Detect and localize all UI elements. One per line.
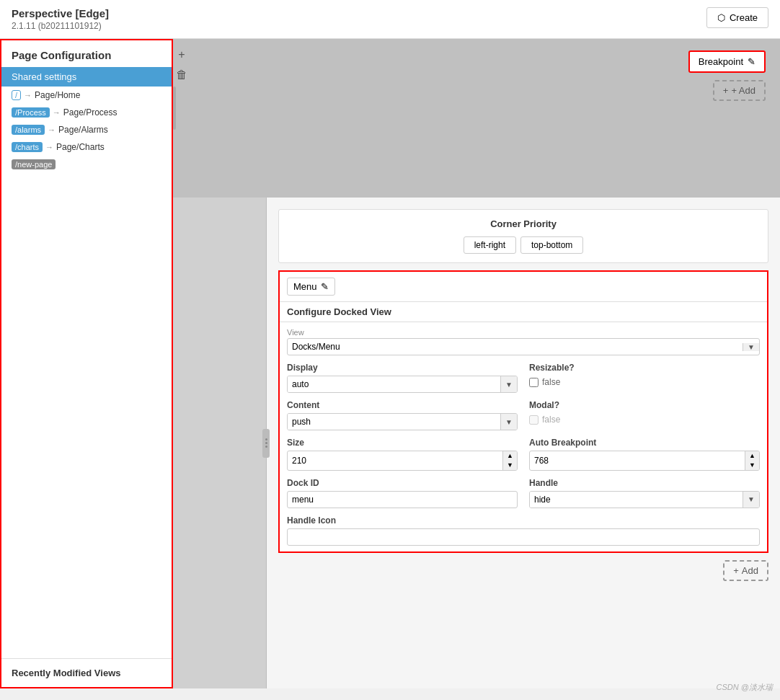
sidebar-item-charts[interactable]: /charts → Page/Charts <box>1 138 172 156</box>
handle-icon-input[interactable] <box>287 528 760 546</box>
recently-modified-header: Recently Modified Views <box>1 658 172 687</box>
sidebar-header: Page Configuration <box>1 40 172 67</box>
dock-id-input[interactable] <box>287 491 518 508</box>
create-button[interactable]: ⬡ Create <box>706 7 768 28</box>
scrollbar[interactable] <box>173 87 176 130</box>
route-alarms: /alarms <box>12 125 45 135</box>
sidebar: Page Configuration Shared settings / → P… <box>0 39 173 688</box>
left-right-button[interactable]: left-right <box>464 236 516 254</box>
modal-checkbox[interactable] <box>529 415 539 425</box>
size-input[interactable] <box>288 453 502 469</box>
sidebar-item-new-page[interactable]: /new-page <box>1 156 172 173</box>
corner-priority-buttons: left-right top-bottom <box>291 236 756 254</box>
resize-handle[interactable] <box>262 429 270 458</box>
resizable-checkbox[interactable] <box>529 378 539 387</box>
breakpoint-decrement[interactable]: ▼ <box>745 461 759 470</box>
handle-label: Handle <box>529 478 760 488</box>
size-label: Size <box>287 438 518 448</box>
display-select[interactable]: auto flex none <box>288 376 500 392</box>
handle-icon-label: Handle Icon <box>287 515 760 526</box>
breakpoint-add-button[interactable]: + + Add <box>713 80 766 101</box>
size-increment[interactable]: ▲ <box>503 451 517 461</box>
add-page-button[interactable]: + <box>173 46 190 63</box>
view-label: View <box>287 328 760 337</box>
content-group: Content push overlay ▼ <box>287 400 518 430</box>
bottom-add-button[interactable]: + Add <box>723 560 768 581</box>
modal-checkbox-row: false <box>529 415 760 425</box>
sidebar-item-process[interactable]: /Process → Page/Process <box>1 104 172 121</box>
handle-select[interactable]: hide show <box>530 492 743 508</box>
breakpoint-section: Breakpoint ✎ + + Add <box>173 39 780 198</box>
breakpoint-label: Breakpoint <box>699 56 743 67</box>
app-header: Perspective [Edge] 2.1.11 (b20211101912)… <box>0 0 780 39</box>
content-select-arrow: ▼ <box>500 414 517 430</box>
page-home-label: Page/Home <box>35 90 80 100</box>
menu-button[interactable]: Menu ✎ <box>287 278 335 296</box>
sidebar-item-home[interactable]: / → Page/Home <box>1 87 172 104</box>
route-charts: /charts <box>12 142 43 152</box>
modal-group: Modal? false <box>529 400 760 430</box>
breakpoint-increment[interactable]: ▲ <box>745 451 759 461</box>
auto-breakpoint-group: Auto Breakpoint ▲ ▼ <box>529 438 760 471</box>
breakpoint-edit-icon: ✎ <box>748 56 755 67</box>
view-input[interactable] <box>288 339 743 355</box>
sidebar-item-shared-settings[interactable]: Shared settings <box>1 67 172 87</box>
left-panel <box>173 198 267 688</box>
route-slash: / <box>12 90 21 100</box>
dock-id-label: Dock ID <box>287 478 518 488</box>
size-group: Size ▲ ▼ <box>287 438 518 471</box>
display-select-container: auto flex none ▼ <box>287 376 518 393</box>
resizable-group: Resizable? false <box>529 363 760 393</box>
route-process: /Process <box>12 107 50 118</box>
handle-select-container: hide show ▼ <box>529 491 760 508</box>
menu-edit-icon: ✎ <box>321 281 329 292</box>
bottom-plus-icon: + <box>733 565 739 576</box>
add-label: + Add <box>731 85 755 96</box>
docked-view-section: Menu ✎ Configure Docked View View ▼ <box>278 270 768 553</box>
content-select-container: push overlay ▼ <box>287 413 518 430</box>
corner-priority-box: Corner Priority left-right top-bottom <box>278 209 768 263</box>
size-spinner: ▲ ▼ <box>502 451 517 470</box>
auto-breakpoint-spinner: ▲ ▼ <box>745 451 759 470</box>
sidebar-item-alarms[interactable]: /alarms → Page/Alarms <box>1 121 172 138</box>
shared-settings-label: Shared settings <box>12 71 76 82</box>
content-modal-row: Content push overlay ▼ <box>287 400 760 430</box>
auto-breakpoint-label: Auto Breakpoint <box>529 438 760 448</box>
docked-view-header: Menu ✎ <box>280 272 767 302</box>
app-version: 2.1.11 (b20211101912) <box>12 21 109 31</box>
delete-page-button[interactable]: 🗑 <box>173 66 190 84</box>
display-group: Display auto flex none ▼ <box>287 363 518 393</box>
breakpoint-button[interactable]: Breakpoint ✎ <box>688 50 766 73</box>
resizable-label: Resizable? <box>529 363 760 373</box>
handle-select-arrow: ▼ <box>743 492 759 508</box>
create-label: Create <box>730 12 758 23</box>
menu-label: Menu <box>293 281 317 292</box>
auto-breakpoint-input-container: ▲ ▼ <box>529 451 760 471</box>
size-decrement[interactable]: ▼ <box>503 461 517 470</box>
resizable-value: false <box>542 377 560 387</box>
bottom-add-label: Add <box>742 565 758 576</box>
content-select[interactable]: push overlay <box>288 414 500 430</box>
handle-group: Handle hide show ▼ <box>529 478 760 508</box>
middle-section: Corner Priority left-right top-bottom Me… <box>173 198 780 688</box>
configure-docked-title: Configure Docked View <box>280 302 767 322</box>
page-alarms-label: Page/Alarms <box>58 125 108 135</box>
app-title: Perspective [Edge] <box>12 7 109 19</box>
configure-docked-body: View ▼ Display au <box>280 322 767 551</box>
right-panel: Corner Priority left-right top-bottom Me… <box>267 198 780 688</box>
dock-id-group: Dock ID <box>287 478 518 508</box>
display-select-arrow: ▼ <box>500 376 517 392</box>
top-bottom-button[interactable]: top-bottom <box>520 236 583 254</box>
auto-breakpoint-input[interactable] <box>530 453 745 469</box>
route-new-page: /new-page <box>12 159 56 169</box>
dock-handle-row: Dock ID Handle hide show <box>287 478 760 508</box>
plus-icon: + <box>723 85 729 96</box>
content-label: Content <box>287 400 518 410</box>
display-label: Display <box>287 363 518 373</box>
display-resizable-row: Display auto flex none ▼ <box>287 363 760 393</box>
modal-value: false <box>542 415 560 425</box>
corner-priority-title: Corner Priority <box>291 218 756 229</box>
resizable-checkbox-row: false <box>529 377 760 387</box>
view-dropdown-arrow[interactable]: ▼ <box>743 343 759 351</box>
page-process-label: Page/Process <box>63 107 118 118</box>
